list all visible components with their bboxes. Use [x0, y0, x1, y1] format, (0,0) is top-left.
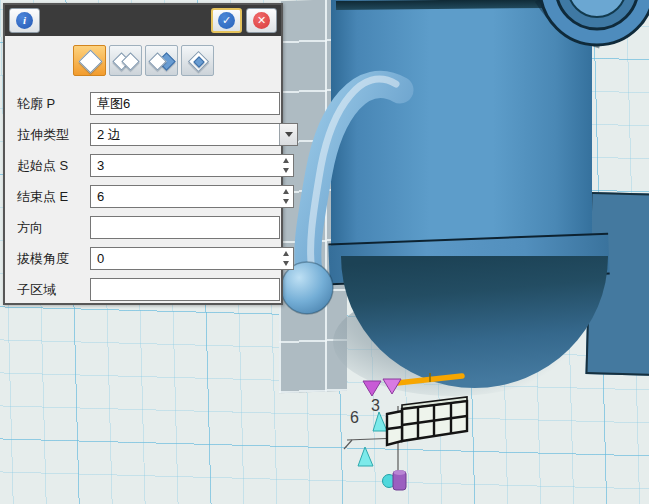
- drag-handle-widget: [383, 470, 407, 490]
- direction-arrow-icon: [358, 447, 373, 466]
- spinner-up-button[interactable]: [283, 251, 289, 256]
- subregion-input[interactable]: [91, 279, 279, 300]
- info-button[interactable]: i: [9, 8, 40, 33]
- spinner-up-button[interactable]: [283, 189, 289, 194]
- mode-button-extrude-solid[interactable]: [73, 45, 106, 76]
- extrude-type-select[interactable]: [91, 124, 279, 145]
- spinner-down-button[interactable]: [283, 199, 289, 204]
- chevron-down-icon: [285, 132, 293, 137]
- profile-input[interactable]: [91, 93, 279, 114]
- spinner-down-button[interactable]: [283, 168, 289, 173]
- field-label: 拔模角度: [17, 250, 90, 268]
- parameter-form: 轮廓 P 拉伸类型 起始点 S: [5, 82, 281, 301]
- field-row-direction: 方向: [17, 216, 271, 239]
- dropdown-button[interactable]: [279, 124, 297, 145]
- close-icon: ✕: [253, 12, 270, 29]
- mug-handle[interactable]: [281, 79, 400, 314]
- field-row-draft-angle: 拔模角度: [17, 247, 271, 270]
- check-icon: ✓: [218, 12, 235, 29]
- direction-input[interactable]: [91, 217, 279, 238]
- mode-button-extrude-to-face[interactable]: [145, 45, 178, 76]
- spinner-up-button[interactable]: [283, 158, 289, 163]
- field-row-subregion: 子区域: [17, 278, 271, 301]
- start-point-input[interactable]: [91, 155, 279, 176]
- diamond-icon: [78, 49, 102, 73]
- spinner-down-button[interactable]: [283, 261, 289, 266]
- mug-spout-boss[interactable]: [538, 0, 649, 45]
- field-label: 结束点 E: [17, 188, 90, 206]
- extrude-preview-wireframe: [387, 397, 467, 445]
- mode-button-extrude-two-side[interactable]: [109, 45, 142, 76]
- field-row-start-point: 起始点 S: [17, 154, 271, 177]
- field-label: 方向: [17, 219, 90, 237]
- field-label: 子区域: [17, 281, 90, 299]
- cad-application-window: 3 6: [0, 0, 649, 504]
- start-point-marker-icon: [363, 381, 381, 396]
- extrude-preview-sketch[interactable]: 3 6: [344, 373, 467, 490]
- field-label: 轮廓 P: [17, 95, 90, 113]
- info-icon: i: [16, 12, 33, 29]
- dialog-titlebar[interactable]: i ✓ ✕: [5, 5, 281, 36]
- end-point-marker-icon: [383, 379, 401, 394]
- field-label: 拉伸类型: [17, 126, 90, 144]
- field-row-end-point: 结束点 E: [17, 185, 271, 208]
- extrude-mode-toolbar: [73, 45, 281, 76]
- direction-arrow-icon: [373, 412, 387, 431]
- field-row-extrude-type: 拉伸类型: [17, 123, 271, 146]
- end-point-input[interactable]: [91, 186, 279, 207]
- draft-angle-input[interactable]: [91, 248, 279, 269]
- field-row-profile: 轮廓 P: [17, 92, 271, 115]
- field-label: 起始点 S: [17, 157, 90, 175]
- cancel-button[interactable]: ✕: [246, 8, 277, 33]
- mode-button-extrude-thin[interactable]: [181, 45, 214, 76]
- extrude-parameter-dialog: i ✓ ✕: [3, 3, 283, 305]
- confirm-button[interactable]: ✓: [211, 8, 242, 33]
- dimension-end: 6: [350, 409, 359, 426]
